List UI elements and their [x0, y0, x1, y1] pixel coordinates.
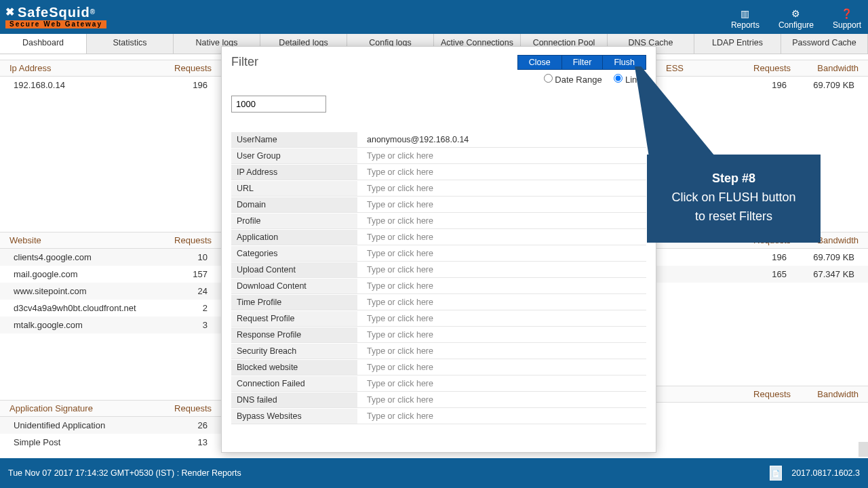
- filter-label: Connection Failed: [231, 376, 357, 391]
- website-row[interactable]: d3cv4a9a9wh0bt.cloudfront.net2: [0, 300, 221, 317]
- right-top-row[interactable]: 196 69.709 KB: [656, 77, 868, 94]
- filter-row: Bypass Websites: [231, 408, 646, 424]
- support-action[interactable]: ❓ Support: [833, 8, 861, 30]
- website-row[interactable]: mail.google.com157: [0, 266, 221, 283]
- filter-label: User Group: [231, 148, 357, 163]
- filter-label: URL: [231, 181, 357, 196]
- right-bot-req: Requests: [736, 389, 791, 399]
- right-top-row-bw: 69.709 KB: [787, 80, 854, 90]
- filter-input[interactable]: [357, 295, 646, 310]
- filter-label: UserName: [231, 132, 357, 147]
- reports-label: Reports: [731, 20, 760, 30]
- filter-label: DNS failed: [231, 392, 357, 407]
- radio-date-range[interactable]: Date Range: [544, 75, 602, 85]
- modal-title: Filter: [231, 55, 258, 69]
- gears-icon: ⚙: [778, 8, 814, 19]
- tab-statistics[interactable]: Statistics: [87, 34, 174, 54]
- help-icon: ❓: [833, 8, 861, 19]
- ip-row[interactable]: 192.168.0.14 196: [0, 77, 221, 94]
- website-row[interactable]: clients4.google.com10: [0, 249, 221, 266]
- footer-bar: Tue Nov 07 2017 17:14:32 GMT+0530 (IST) …: [0, 458, 868, 488]
- right-mid-row-0[interactable]: 196 69.709 KB: [656, 249, 868, 266]
- filter-input[interactable]: [357, 132, 646, 147]
- filter-modal: Filter Close Filter Flush Date Range Lin…: [221, 46, 656, 453]
- filter-input[interactable]: [357, 230, 646, 245]
- filter-row: Upload Content: [231, 262, 646, 278]
- app-header: ✖ SafeSquid® Secure Web Gateway ▥ Report…: [0, 0, 868, 34]
- filter-row: UserName: [231, 131, 646, 148]
- website-header-col2: Requests: [157, 235, 212, 245]
- footer-version: 2017.0817.1602.3: [791, 468, 860, 478]
- filter-row: Security Breach: [231, 343, 646, 359]
- filter-input[interactable]: [357, 376, 646, 391]
- modal-radio-row: Date Range Lines: [517, 74, 646, 85]
- tab-dashboard[interactable]: Dashboard: [0, 34, 87, 54]
- filter-label: Request Profile: [231, 311, 357, 326]
- filter-input[interactable]: [357, 262, 646, 277]
- filter-input[interactable]: [357, 392, 646, 407]
- brand-name: SafeSquid: [18, 5, 90, 19]
- right-top-bw: Bandwidth: [791, 63, 859, 73]
- filter-row: URL: [231, 180, 646, 197]
- chart-icon: ▥: [731, 8, 760, 19]
- filter-row: Domain: [231, 197, 646, 213]
- website-row[interactable]: www.sitepoint.com24: [0, 283, 221, 300]
- filter-input[interactable]: [357, 327, 646, 342]
- filter-row: Blocked website: [231, 359, 646, 375]
- scrollbar[interactable]: [859, 442, 868, 457]
- brand-tagline: Secure Web Gateway: [5, 20, 106, 28]
- appsig-row[interactable]: Simple Post13: [0, 434, 221, 451]
- tab-password-cache[interactable]: Password Cache: [781, 34, 868, 54]
- export-doc-icon[interactable]: 📄: [770, 466, 782, 481]
- filter-input[interactable]: [357, 181, 646, 196]
- lines-limit-input[interactable]: [231, 96, 326, 113]
- filter-label: Security Breach: [231, 344, 357, 359]
- filter-button[interactable]: Filter: [562, 55, 604, 70]
- filter-label: Categories: [231, 246, 357, 261]
- filter-input[interactable]: [357, 165, 646, 180]
- brand-reg: ®: [90, 9, 96, 16]
- filter-row: Application: [231, 229, 646, 245]
- configure-action[interactable]: ⚙ Configure: [778, 8, 814, 30]
- filter-label: Response Profile: [231, 327, 357, 342]
- tab-ldap-entries[interactable]: LDAP Entries: [694, 34, 781, 54]
- ip-header-col1: Ip Address: [9, 63, 157, 73]
- filter-row: IP Address: [231, 164, 646, 180]
- left-panel: Ip Address Requests 192.168.0.14 196 Web…: [0, 54, 221, 451]
- appsig-row[interactable]: Unidentified Application26: [0, 417, 221, 434]
- filter-label: Profile: [231, 214, 357, 228]
- website-header: Website Requests: [0, 232, 221, 249]
- reports-action[interactable]: ▥ Reports: [731, 8, 760, 30]
- filter-label: Bypass Websites: [231, 409, 357, 424]
- callout-line2: Click on FLUSH button: [656, 188, 811, 207]
- filter-input[interactable]: [357, 360, 646, 375]
- right-top-ess: ESS: [666, 63, 736, 73]
- filter-input[interactable]: [357, 246, 646, 261]
- filter-row: User Group: [231, 148, 646, 164]
- filter-row: Download Content: [231, 278, 646, 294]
- filter-label: Blocked website: [231, 360, 357, 375]
- appsig-header-col2: Requests: [157, 403, 212, 413]
- filter-label: Download Content: [231, 279, 357, 293]
- filter-row: Connection Failed: [231, 375, 646, 392]
- close-button[interactable]: Close: [517, 55, 562, 70]
- filter-input[interactable]: [357, 197, 646, 212]
- right-mid-row-1[interactable]: 165 67.347 KB: [656, 266, 868, 283]
- filter-input[interactable]: [357, 344, 646, 359]
- filter-label: Time Profile: [231, 295, 357, 310]
- right-top-row-req: 196: [732, 80, 787, 90]
- callout-step: Step #8: [656, 169, 811, 188]
- filter-row: Profile: [231, 213, 646, 229]
- ip-header-col2: Requests: [157, 63, 212, 73]
- configure-label: Configure: [778, 20, 814, 30]
- filter-input[interactable]: [357, 409, 646, 424]
- instruction-callout: Step #8 Click on FLUSH button to reset F…: [647, 155, 821, 243]
- filter-input[interactable]: [357, 311, 646, 326]
- filter-input[interactable]: [357, 148, 646, 163]
- filter-input[interactable]: [357, 214, 646, 228]
- website-row[interactable]: mtalk.google.com3: [0, 317, 221, 333]
- filter-row: Categories: [231, 245, 646, 262]
- ip-count: 196: [153, 80, 208, 90]
- filter-input[interactable]: [357, 279, 646, 293]
- filter-row: Time Profile: [231, 294, 646, 310]
